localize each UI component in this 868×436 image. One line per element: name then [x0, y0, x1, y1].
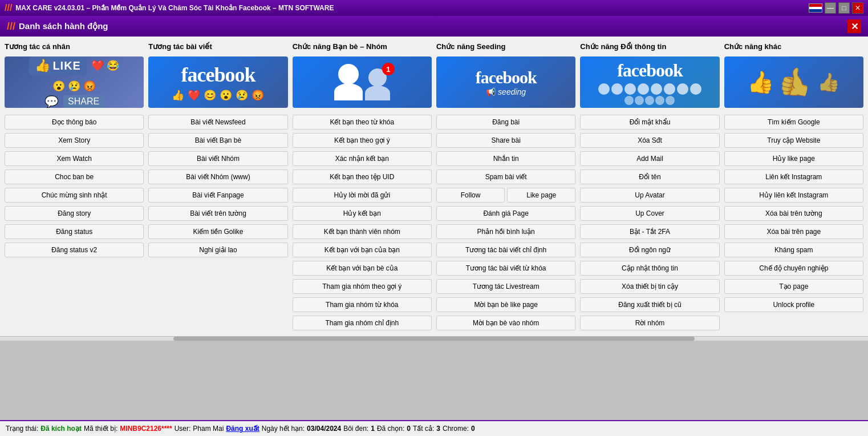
action-button[interactable]: Đổi ngôn ngữ: [580, 243, 719, 257]
action-button[interactable]: Mời bạn bè like page: [436, 297, 575, 312]
column-title: Chức năng Bạn bè – Nhóm: [293, 42, 432, 51]
action-button[interactable]: Xóa bài trên page: [724, 224, 863, 239]
action-button[interactable]: Hủy like page: [724, 151, 863, 166]
modal-header-left: /// Danh sách hành động: [7, 21, 108, 33]
action-button[interactable]: Đăng status: [5, 224, 144, 239]
column-banner: facebook 📢seeding: [436, 56, 575, 108]
action-button[interactable]: Add Mail: [580, 151, 719, 166]
action-button[interactable]: Up Cover: [580, 206, 719, 221]
action-button[interactable]: Tham gia nhóm từ khóa: [293, 297, 432, 312]
action-button[interactable]: Kháng spam: [724, 243, 863, 257]
column-banner: facebook 👍 ❤️ 😊 😮 😢 😡: [148, 56, 287, 108]
column-col3: Chức năng Bạn bè – Nhóm 1 Kết bạn theo t…: [293, 42, 432, 330]
action-button[interactable]: Share bài: [436, 133, 575, 148]
modal-logo: ///: [7, 21, 15, 33]
action-button[interactable]: Nghi giải lao: [148, 243, 287, 257]
action-button[interactable]: Kết bạn theo tệp UID: [293, 169, 432, 184]
action-button[interactable]: Chúc mừng sinh nhật: [5, 188, 144, 203]
modal-close-button[interactable]: ✕: [847, 19, 861, 33]
column-title: Tương tác bài viết: [148, 42, 287, 51]
column-banner: 👍 LIKE ❤️ 😂 😮 😢 😡 💬 SHARE: [5, 56, 144, 108]
action-button[interactable]: Kết bạn thành viên nhóm: [293, 224, 432, 239]
action-button[interactable]: Tìm kiếm Google: [724, 115, 863, 130]
action-button[interactable]: Bài viết trên tường: [148, 206, 287, 221]
modal-title: Danh sách hành động: [19, 21, 108, 31]
column-col2: Tương tác bài viết facebook 👍 ❤️ 😊 😮 😢 😡…: [148, 42, 287, 330]
action-button[interactable]: Bài viết Nhóm (www): [148, 169, 287, 184]
column-banner: 👍 👍 👍: [724, 56, 863, 108]
action-button[interactable]: Đăng story: [5, 206, 144, 221]
action-button[interactable]: Xem Story: [5, 133, 144, 148]
column-col6: Chức năng khác 👍 👍 👍 Tìm kiếm GoogleTruy…: [724, 42, 863, 330]
column-title: Chức năng Seeding: [436, 42, 575, 51]
column-col1: Tương tác cá nhân 👍 LIKE ❤️ 😂 😮 😢 😡 💬 SH…: [5, 42, 144, 330]
action-button[interactable]: Unlock profile: [724, 297, 863, 312]
action-button[interactable]: Bài viết Nhóm: [148, 151, 287, 166]
action-button[interactable]: Kết bạn theo từ khóa: [293, 115, 432, 130]
action-button[interactable]: Đọc thông báo: [5, 115, 144, 130]
action-button[interactable]: Choc ban be: [5, 169, 144, 184]
title-logo: ///: [5, 3, 12, 13]
action-button[interactable]: Kết bạn theo gợi ý: [293, 133, 432, 148]
column-title: Chức năng Đổi thông tin: [580, 42, 719, 51]
action-button[interactable]: Liên kết Instagram: [724, 169, 863, 184]
action-button[interactable]: Tương tác bài viết từ khóa: [436, 261, 575, 276]
action-button[interactable]: Xóa bài trên tường: [724, 206, 863, 221]
action-button[interactable]: Rời nhóm: [580, 316, 719, 330]
action-button[interactable]: Xóa Sđt: [580, 133, 719, 148]
column-col4: Chức năng Seeding facebook 📢seeding Đăng…: [436, 42, 575, 330]
column-col5: Chức năng Đổi thông tin facebook Đổi mật…: [580, 42, 719, 330]
action-button[interactable]: Cập nhật thông tin: [580, 261, 719, 276]
action-button[interactable]: Like page: [507, 188, 575, 203]
action-button[interactable]: Follow: [436, 188, 505, 203]
action-button[interactable]: Tương tác Livestream: [436, 279, 575, 294]
action-button[interactable]: Kết bạn với bạn bè của: [293, 261, 432, 276]
action-button[interactable]: Tạo page: [724, 279, 863, 294]
minimize-button[interactable]: —: [825, 2, 836, 14]
main-content: Tương tác cá nhân 👍 LIKE ❤️ 😂 😮 😢 😡 💬 SH…: [0, 37, 868, 336]
column-title: Tương tác cá nhân: [5, 42, 144, 51]
action-button[interactable]: Bài viết Newsfeed: [148, 115, 287, 130]
action-button[interactable]: Bật - Tắt 2FA: [580, 224, 719, 239]
title-text: MAX CARE v24.03.01 – Phần Mềm Quản Lý Và…: [15, 4, 334, 12]
action-button[interactable]: Phản hồi bình luận: [436, 224, 575, 239]
title-bar-left: /// MAX CARE v24.03.01 – Phần Mềm Quản L…: [5, 3, 334, 13]
action-button[interactable]: Đánh giá Page: [436, 206, 575, 221]
title-bar: /// MAX CARE v24.03.01 – Phần Mềm Quản L…: [0, 0, 868, 16]
action-button[interactable]: Hủy lời mời đã gửi: [293, 188, 432, 203]
action-button[interactable]: Đổi tên: [580, 169, 719, 184]
action-button[interactable]: Tham gia nhóm chỉ định: [293, 316, 432, 330]
action-button[interactable]: Nhắn tin: [436, 151, 575, 166]
maximize-button[interactable]: □: [838, 2, 850, 14]
column-title: Chức năng khác: [724, 42, 863, 51]
action-button[interactable]: Up Avatar: [580, 188, 719, 203]
action-button[interactable]: Kiếm tiền Golike: [148, 224, 287, 239]
column-banner: 1: [293, 56, 432, 108]
action-button[interactable]: Kết bạn với bạn của bạn: [293, 243, 432, 257]
action-button[interactable]: Bài viết Bạn bè: [148, 133, 287, 148]
action-button[interactable]: Tham gia nhóm theo gợi ý: [293, 279, 432, 294]
action-button[interactable]: Hủy liên kết Instagram: [724, 188, 863, 203]
action-button[interactable]: Mời bạn bè vào nhóm: [436, 316, 575, 330]
close-button[interactable]: ✕: [852, 2, 863, 14]
title-bar-controls: — □ ✕: [809, 2, 863, 14]
action-button[interactable]: Truy cập Website: [724, 133, 863, 148]
action-button[interactable]: Xác nhận kết bạn: [293, 151, 432, 166]
button-row: FollowLike page: [436, 188, 575, 203]
action-button[interactable]: Đăng bài: [436, 115, 575, 130]
action-button[interactable]: Xóa thiết bị tin cậy: [580, 279, 719, 294]
action-button[interactable]: Bài viết Fanpage: [148, 188, 287, 203]
action-button[interactable]: Đăng xuất thiết bị cũ: [580, 297, 719, 312]
column-banner: facebook: [580, 56, 719, 108]
action-button[interactable]: Đổi mật khẩu: [580, 115, 719, 130]
action-button[interactable]: Xem Watch: [5, 151, 144, 166]
action-button[interactable]: Hủy kết bạn: [293, 206, 432, 221]
action-button[interactable]: Chế độ chuyên nghiệp: [724, 261, 863, 276]
action-button[interactable]: Đăng status v2: [5, 243, 144, 257]
action-button[interactable]: Spam bài viết: [436, 169, 575, 184]
action-button[interactable]: Tương tác bài viết chỉ định: [436, 243, 575, 257]
flag-icon: [809, 3, 822, 13]
modal-header: /// Danh sách hành động ✕: [0, 16, 868, 37]
